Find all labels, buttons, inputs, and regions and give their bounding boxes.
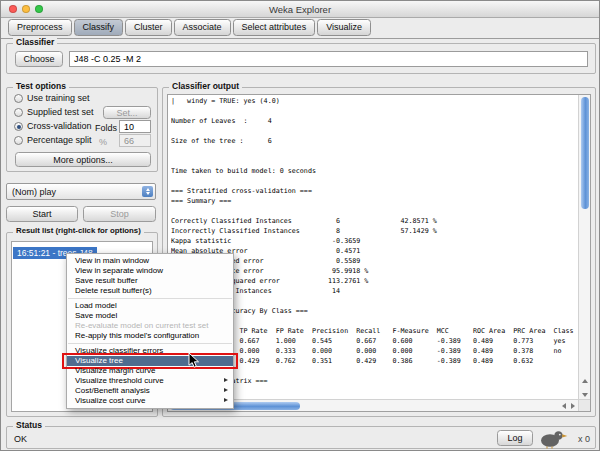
tab-associate[interactable]: Associate — [174, 19, 231, 36]
menu-item-cost-benefit-analysis-label: Cost/Benefit analysis — [75, 386, 150, 395]
weka-bird-icon — [538, 428, 568, 449]
status-groupbox: Status OK Log x 0 — [6, 426, 596, 449]
menu-item-view-separate-window[interactable]: View in separate window — [67, 266, 233, 276]
scroll-left-icon[interactable] — [562, 403, 566, 409]
menu-item-save-model[interactable]: Save model — [67, 311, 233, 321]
menu-item-visualize-threshold-curve-label: Visualize threshold curve — [75, 376, 164, 385]
status-value: OK — [14, 434, 27, 444]
result-list-group-label: Result list (right-click for options) — [13, 226, 144, 235]
menu-separator — [68, 298, 232, 299]
folds-field[interactable]: 10 — [119, 120, 151, 133]
tab-cluster[interactable]: Cluster — [125, 19, 172, 36]
submenu-arrow-icon — [224, 388, 228, 392]
log-button[interactable]: Log — [497, 430, 533, 446]
use-training-set-radio[interactable] — [14, 94, 23, 103]
tab-classify[interactable]: Classify — [74, 19, 124, 36]
class-attribute-combo[interactable]: (Nom) play — [6, 183, 156, 200]
submenu-arrow-icon — [224, 378, 228, 382]
menu-item-visualize-margin-curve[interactable]: Visualize margin curve — [67, 366, 233, 376]
percentage-split-label: Percentage split — [27, 135, 92, 145]
percent-field[interactable]: 66 — [119, 134, 151, 147]
cross-validation-radio[interactable] — [14, 122, 23, 131]
menu-item-reapply-configuration[interactable]: Re-apply this model's configuration — [67, 331, 233, 341]
menu-item-visualize-cost-curve[interactable]: Visualize cost curve — [67, 396, 233, 406]
menu-item-reevaluate-model[interactable]: Re-evaluate model on current test set — [67, 321, 233, 331]
submenu-arrow-icon — [224, 398, 228, 402]
vertical-scrollbar[interactable] — [578, 95, 590, 399]
menu-item-load-model[interactable]: Load model — [67, 301, 233, 311]
cross-validation-label: Cross-validation — [27, 121, 92, 131]
result-context-menu: View in main window View in separate win… — [66, 253, 234, 409]
scroll-down-icon[interactable] — [582, 393, 588, 397]
use-training-set-option[interactable]: Use training set — [14, 93, 90, 103]
supplied-test-set-label: Supplied test set — [27, 107, 94, 117]
more-options-button[interactable]: More options... — [15, 152, 151, 167]
percentage-split-radio[interactable] — [14, 136, 23, 145]
test-options-group-label: Test options — [13, 81, 69, 91]
menu-item-view-main-window[interactable]: View in main window — [67, 256, 233, 266]
scroll-up-icon[interactable] — [582, 379, 588, 383]
menu-item-visualize-classifier-errors[interactable]: Visualize classifier errors — [67, 346, 233, 356]
weka-counter: x 0 — [578, 434, 590, 444]
menu-separator — [68, 343, 232, 344]
tab-preprocess[interactable]: Preprocess — [8, 19, 72, 36]
menu-item-visualize-threshold-curve[interactable]: Visualize threshold curve — [67, 376, 233, 386]
tab-select-attributes[interactable]: Select attributes — [233, 19, 316, 36]
vertical-scrollbar-thumb[interactable] — [581, 97, 589, 209]
test-options-groupbox: Test options Use training set Supplied t… — [6, 87, 158, 172]
use-training-set-label: Use training set — [27, 93, 90, 103]
supplied-test-set-radio[interactable] — [14, 108, 23, 117]
choose-classifier-button[interactable]: Choose — [15, 51, 63, 67]
classifier-groupbox: Classifier Choose J48 -C 0.25 -M 2 — [6, 43, 596, 74]
weka-explorer-window: Weka Explorer Preprocess Classify Cluste… — [0, 0, 600, 451]
menu-item-visualize-cost-curve-label: Visualize cost curve — [75, 396, 146, 405]
menu-item-visualize-tree[interactable]: Visualize tree — [67, 356, 233, 366]
supplied-test-set-option[interactable]: Supplied test set — [14, 107, 94, 117]
start-button[interactable]: Start — [6, 206, 78, 222]
main-tab-bar: Preprocess Classify Cluster Associate Se… — [1, 18, 599, 39]
folds-label: Folds — [95, 123, 117, 133]
status-group-label: Status — [13, 420, 45, 430]
stop-button[interactable]: Stop — [83, 206, 156, 222]
set-test-set-button[interactable]: Set... — [103, 106, 151, 119]
scrollbar-corner — [578, 399, 590, 411]
window-title: Weka Explorer — [1, 4, 599, 15]
scroll-right-icon[interactable] — [571, 403, 575, 409]
class-attribute-value: (Nom) play — [12, 187, 56, 197]
classifier-scheme-field[interactable]: J48 -C 0.25 -M 2 — [69, 51, 588, 67]
menu-item-visualize-tree-label: Visualize tree — [75, 356, 123, 365]
menu-item-save-result-buffer[interactable]: Save result buffer — [67, 276, 233, 286]
tab-visualize[interactable]: Visualize — [317, 19, 371, 36]
percent-label: % — [99, 137, 107, 147]
title-bar: Weka Explorer — [1, 1, 599, 18]
percentage-split-option[interactable]: Percentage split — [14, 135, 92, 145]
classifier-output-group-label: Classifier output — [169, 81, 242, 91]
cross-validation-option[interactable]: Cross-validation — [14, 121, 92, 131]
combo-arrows-icon — [142, 186, 153, 197]
menu-item-delete-result-buffer[interactable]: Delete result buffer(s) — [67, 286, 233, 296]
classifier-group-label: Classifier — [13, 37, 57, 47]
menu-item-cost-benefit-analysis[interactable]: Cost/Benefit analysis — [67, 386, 233, 396]
